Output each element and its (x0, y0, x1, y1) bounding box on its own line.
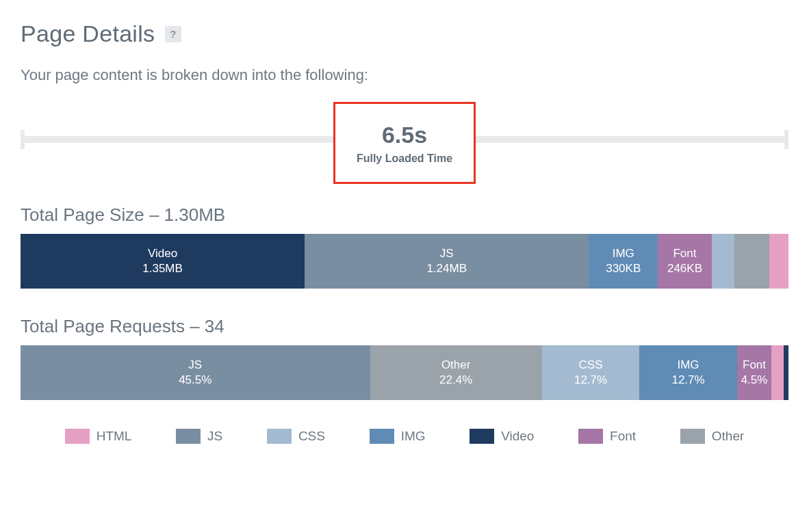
legend-label: HTML (97, 429, 132, 444)
fully-loaded-time-value: 6.5s (382, 122, 427, 148)
legend-label: JS (207, 429, 222, 444)
segment-label: JS (188, 358, 202, 373)
segment-label: Video (148, 246, 177, 261)
segment-video[interactable] (784, 345, 788, 400)
legend-swatch (680, 429, 705, 444)
legend-swatch (578, 429, 603, 444)
legend-swatch (65, 429, 90, 444)
segment-js[interactable]: JS45.5% (21, 345, 370, 400)
segment-label: IMG (613, 246, 634, 261)
segment-other[interactable] (734, 234, 754, 289)
segment-value: 12.7% (671, 373, 704, 388)
segment-value: 1.24MB (426, 261, 467, 276)
legend-swatch (470, 429, 494, 444)
legend-item-other[interactable]: Other (680, 429, 745, 444)
segment-label: Other (441, 358, 471, 373)
total-page-size-heading: Total Page Size – 1.30MB (21, 204, 788, 226)
legend-item-font[interactable]: Font (578, 429, 636, 444)
segment-other[interactable]: Other22.4% (370, 345, 542, 400)
legend-swatch (370, 429, 394, 444)
segment-css[interactable]: CSS12.7% (542, 345, 639, 400)
fully-loaded-time-box: 6.5s Fully Loaded Time (333, 102, 476, 184)
page-title: Page Details (21, 21, 155, 47)
segment-value: 45.5% (179, 373, 211, 388)
segment-css[interactable] (712, 234, 735, 289)
segment-js[interactable]: JS1.24MB (305, 234, 589, 289)
segment-video[interactable]: Video1.35MB (21, 234, 305, 289)
fully-loaded-time-label: Fully Loaded Time (357, 152, 452, 165)
legend-label: IMG (401, 429, 426, 444)
segment-img[interactable]: IMG12.7% (639, 345, 736, 400)
segment-html[interactable] (769, 234, 788, 289)
page-requests-bar: JS45.5%Other22.4%CSS12.7%IMG12.7%Font4.5… (21, 345, 788, 400)
total-page-requests-heading: Total Page Requests – 34 (21, 316, 788, 337)
segment-label: JS (440, 246, 454, 261)
segment-label: IMG (677, 358, 699, 373)
segment-value: 330KB (606, 261, 641, 276)
legend-item-css[interactable]: CSS (267, 429, 325, 444)
segment-value: 1.35MB (142, 261, 183, 276)
legend-item-html[interactable]: HTML (65, 429, 132, 444)
segment-value: 12.7% (574, 373, 607, 388)
segment-value: 22.4% (439, 373, 472, 388)
segment-value: 4.5% (741, 373, 768, 388)
segment-label: Font (743, 358, 766, 373)
segment-font[interactable]: Font246KB (658, 234, 712, 289)
segment-font[interactable]: Font4.5% (737, 345, 771, 400)
legend-swatch (176, 429, 201, 444)
segment-value: 246KB (667, 261, 702, 276)
page-size-bar: Video1.35MBJS1.24MBIMG330KBFont246KB (21, 234, 788, 289)
legend: HTMLJSCSSIMGVideoFontOther (21, 429, 788, 444)
segment-html[interactable] (771, 345, 784, 400)
load-timeline: 6.5s Fully Loaded Time (21, 102, 788, 184)
legend-label: CSS (298, 429, 325, 444)
legend-item-img[interactable]: IMG (370, 429, 426, 444)
legend-item-js[interactable]: JS (176, 429, 222, 444)
segment-img[interactable]: IMG330KB (589, 234, 658, 289)
segment-label: CSS (579, 358, 603, 373)
legend-label: Other (712, 429, 745, 444)
legend-label: Video (501, 429, 534, 444)
legend-swatch (267, 429, 292, 444)
segment-label: Font (673, 246, 696, 261)
segment-other[interactable] (754, 234, 769, 289)
legend-label: Font (610, 429, 636, 444)
help-icon[interactable]: ? (165, 26, 181, 42)
page-subtitle: Your page content is broken down into th… (21, 66, 788, 84)
legend-item-video[interactable]: Video (470, 429, 534, 444)
